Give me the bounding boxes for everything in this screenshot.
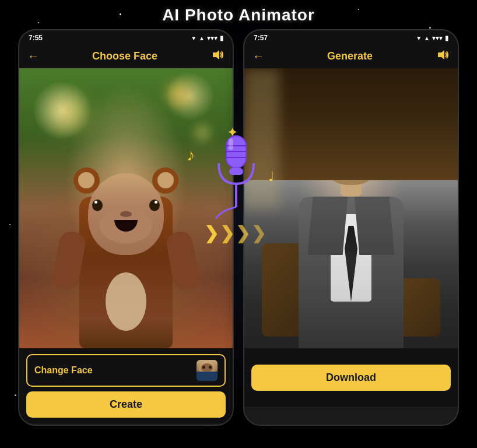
right-photo-area [244,68,458,348]
right-wifi-icon: ▾▾▾ [432,34,443,42]
right-status-icons: ▼ ▲ ▾▾▾ ▮ [416,34,448,42]
right-time: 7:57 [254,34,268,42]
right-nav-bar: ← Generate [244,44,458,68]
svg-marker-0 [213,50,219,60]
create-button[interactable]: Create [26,391,226,418]
right-phone-bottom: Download [244,348,458,407]
right-nav-title: Generate [327,50,373,62]
left-time: 7:55 [29,34,43,42]
left-photo-area [19,68,233,348]
left-photo-image [19,68,233,348]
right-sound-button[interactable] [436,49,450,64]
left-nav-bar: ← Choose Face [19,44,233,68]
right-status-bar: 7:57 ▼ ▲ ▾▾▾ ▮ [244,30,458,44]
download-button[interactable]: Download [251,365,451,391]
left-back-button[interactable]: ← [27,50,39,63]
right-battery-icon: ▮ [445,34,448,42]
left-sound-button[interactable] [211,49,225,64]
face-avatar [197,360,218,381]
left-nav-title: Choose Face [92,50,157,62]
left-phone: 7:55 ▼ ▲ ▾▾▾ ▮ ← Choose Face [18,29,234,426]
left-status-bar: 7:55 ▼ ▲ ▾▾▾ ▮ [19,30,233,44]
change-face-label: Change Face [34,365,93,376]
signal-down-icon: ▼ [191,35,197,41]
right-signal-up-icon: ▲ [424,35,430,41]
right-photo-image [244,68,458,348]
wifi-icon: ▾▾▾ [207,34,218,42]
left-phone-bottom: Change Face Create [19,348,233,424]
app-title: AI Photo Animator [162,6,315,24]
change-face-button[interactable]: Change Face [26,354,226,387]
right-signal-down-icon: ▼ [416,35,422,41]
right-back-button[interactable]: ← [252,50,264,63]
signal-up-icon: ▲ [199,35,205,41]
right-phone: 7:57 ▼ ▲ ▾▾▾ ▮ ← Generate [243,29,459,426]
battery-icon: ▮ [220,34,223,42]
left-status-icons: ▼ ▲ ▾▾▾ ▮ [191,34,223,42]
svg-marker-1 [438,50,444,60]
